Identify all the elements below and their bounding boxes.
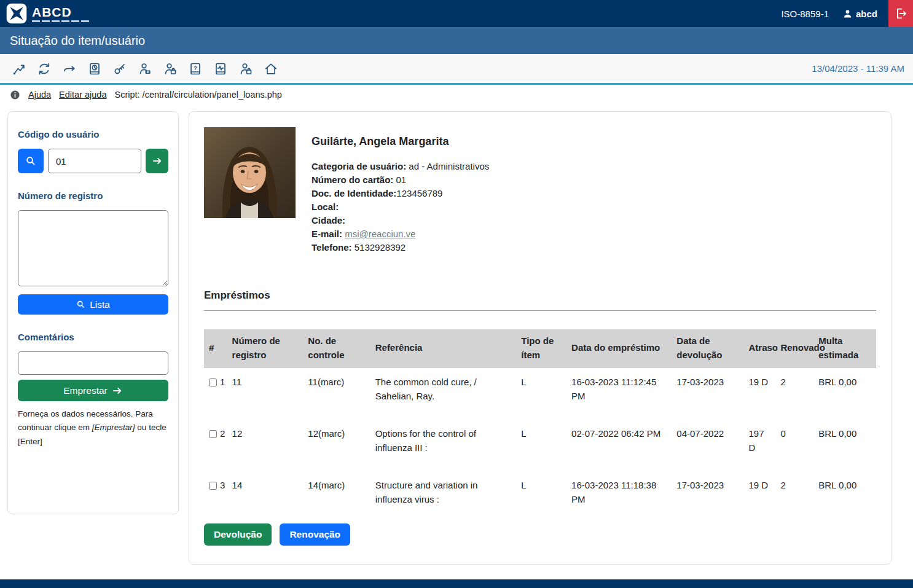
lista-button-label: Lista <box>90 299 110 310</box>
atraso-cell: 19 D <box>743 367 775 420</box>
search-icon <box>76 300 85 309</box>
column-header: Tipo de ítem <box>516 329 566 367</box>
user-code-label: Código do usuário <box>18 129 168 139</box>
datetime-label: 13/04/2023 - 11:39 AM <box>812 63 904 74</box>
ajuda-link[interactable]: Ajuda <box>28 90 51 100</box>
column-header: Data do empréstimo <box>566 329 672 367</box>
page-title-bar: Situação do item/usuário <box>0 27 913 54</box>
multa-cell: BRL 0,00 <box>813 471 876 522</box>
data-devolucao-cell: 04-07-2022 <box>672 419 743 471</box>
logout-button[interactable] <box>888 0 913 27</box>
help-bar: Ajuda Editar ajuda Script: /central/circ… <box>0 85 913 104</box>
register-label: Número de registro <box>18 190 168 201</box>
multa-cell: BRL 0,00 <box>813 367 876 420</box>
email-link[interactable]: msi@reacciun.ve <box>345 229 415 239</box>
loan-checkbox[interactable] <box>209 481 217 490</box>
toolbar-button-user-case[interactable] <box>160 58 181 79</box>
column-header: Atraso <box>743 329 775 367</box>
toolbar-button-fines[interactable] <box>135 58 155 79</box>
brand-tagline <box>32 20 91 22</box>
user-field: Categoria de usuário: ad - Administrativ… <box>312 160 489 173</box>
user-fields: Categoria de usuário: ad - Administrativ… <box>312 160 489 254</box>
user-search-button[interactable] <box>18 149 44 173</box>
row-select-cell: 2 <box>204 419 227 471</box>
arrow-right-icon <box>112 385 123 396</box>
user-field: E-mail: msi@reacciun.ve <box>312 227 489 241</box>
toolbar-button-permissions[interactable] <box>109 58 130 79</box>
user-money-icon <box>138 61 152 76</box>
abcd-cross-icon <box>6 3 27 24</box>
refresh-icon <box>37 61 52 76</box>
emprestar-button[interactable]: Emprestar <box>18 380 168 401</box>
toolbar-button-return[interactable] <box>59 58 80 79</box>
loan-row: 11111(marc)The common cold cure, / Sahel… <box>204 367 876 420</box>
user-field: Doc. de Identidade:123456789 <box>312 187 489 200</box>
registro-cell: 14 <box>227 471 304 522</box>
loans-table: #Número de registroNo. de controleReferê… <box>204 329 876 522</box>
toolbar-button-renew[interactable] <box>34 58 55 79</box>
data-emprestimo-cell: 16-03-2023 11:18:38 PM <box>566 471 672 522</box>
loans-title: Empréstimos <box>204 289 876 302</box>
toolbar: ? <box>0 54 913 85</box>
column-header: Multa estimada <box>813 329 876 367</box>
user-case-icon-2 <box>238 61 253 76</box>
divider <box>204 310 876 311</box>
column-header: Referência <box>370 329 517 367</box>
controle-cell: 11(marc) <box>303 367 370 420</box>
loan-checkbox[interactable] <box>209 429 217 439</box>
controle-cell: 14(marc) <box>303 471 370 522</box>
atraso-cell: 197 D <box>743 419 775 471</box>
toolbar-button-help-book[interactable]: ? <box>185 58 206 79</box>
page-title: Situação do item/usuário <box>10 34 145 48</box>
toolbar-button-loan[interactable] <box>9 58 29 79</box>
devolucao-button[interactable]: Devolução <box>204 523 272 546</box>
helper-text: Forneça os dados necessários. Para conti… <box>18 407 168 449</box>
user-menu[interactable]: abcd <box>842 9 877 19</box>
person-icon <box>842 9 853 19</box>
arrow-right-icon <box>152 155 163 167</box>
column-header: Renovado <box>775 329 813 367</box>
renovado-cell: 2 <box>775 367 813 420</box>
user-go-button[interactable] <box>146 149 168 173</box>
row-number: 2 <box>220 427 225 441</box>
loan-arrow-icon <box>12 61 26 76</box>
toolbar-button-user-case-2[interactable] <box>235 58 256 79</box>
encoding-label: ISO-8859-1 <box>781 9 829 19</box>
info-icon <box>10 90 20 100</box>
referencia-cell: The common cold cure, / Sahelian, Ray. <box>370 367 517 420</box>
renovacao-button[interactable]: Renovação <box>280 523 350 546</box>
user-photo <box>204 127 296 218</box>
toolbar-button-statistics[interactable] <box>210 58 231 79</box>
column-header: Número de registro <box>227 329 304 367</box>
tipo-item-cell: L <box>516 419 566 471</box>
user-field: Telefone: 5132928392 <box>312 241 489 254</box>
loan-row: 21212(marc)Options for the control of in… <box>204 419 876 471</box>
data-emprestimo-cell: 16-03-2023 11:12:45 PM <box>566 367 672 420</box>
toolbar-button-reservations[interactable] <box>84 58 105 79</box>
lista-button[interactable]: Lista <box>18 294 168 315</box>
user-code-input[interactable] <box>48 149 141 173</box>
referencia-cell: Options for the control of influenza III… <box>370 419 517 471</box>
home-icon <box>264 61 278 76</box>
script-path-label: Script: /central/circulation/panel_loans… <box>114 90 281 100</box>
loans-table-body: 11111(marc)The common cold cure, / Sahel… <box>204 367 876 523</box>
emprestar-button-label: Emprestar <box>63 385 108 396</box>
column-header: No. de controle <box>303 329 370 367</box>
editar-ajuda-link[interactable]: Editar ajuda <box>59 90 106 100</box>
sidebar-card: Código do usuário Número de registro <box>7 111 179 514</box>
registro-cell: 12 <box>227 419 304 471</box>
comments-input[interactable] <box>18 351 168 375</box>
user-name: Guilárte, Angela Margarita <box>312 135 489 148</box>
loan-row: 31414(marc)Structure and variation in in… <box>204 471 876 522</box>
register-textarea[interactable] <box>18 210 168 286</box>
row-number: 3 <box>220 479 225 493</box>
top-header: ABCD ISO-8859-1 abcd <box>0 0 913 27</box>
comments-label: Comentários <box>18 332 168 342</box>
row-select-cell: 3 <box>204 471 227 522</box>
toolbar-button-home[interactable] <box>261 58 281 79</box>
loan-checkbox[interactable] <box>209 378 217 387</box>
page: ABCD ISO-8859-1 abcd S <box>0 0 913 588</box>
data-devolucao-cell: 17-03-2023 <box>672 471 743 522</box>
return-arrow-icon <box>62 61 77 76</box>
key-icon <box>112 61 127 76</box>
